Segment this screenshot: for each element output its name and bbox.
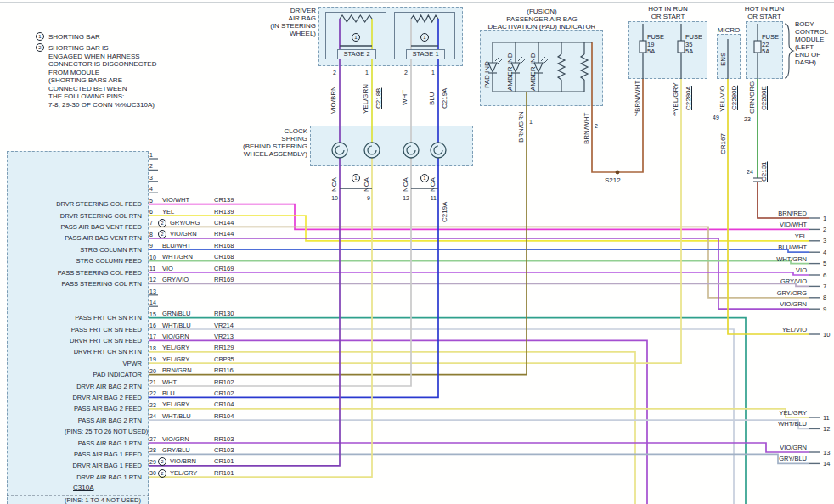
- driver-airbag-title: DRIVER AIR BAG (IN STEERING WHEEL): [238, 7, 316, 37]
- fuse-35-label: FUSE 35 5A: [685, 34, 702, 56]
- hot-in-run-start-2: HOT IN RUN OR START: [738, 5, 791, 20]
- wire-color-label: VIO/BRN: [330, 86, 337, 114]
- module-connector-label: C310A: [73, 484, 93, 491]
- module-pin-number: 16: [149, 322, 156, 329]
- shorting-note-1: SHORTING BAR: [48, 33, 100, 41]
- circuit-label: VR213: [214, 333, 234, 340]
- wire-color-label: GRY/VIO: [162, 276, 189, 283]
- connector-label: C218B: [375, 88, 382, 109]
- module-pin-label: PASS AIR BAG VENT FEED: [15, 223, 142, 231]
- module-pin-number: 6: [149, 208, 153, 216]
- wire-color-label: WHT: [162, 378, 177, 386]
- circuit-label: RR101: [214, 469, 234, 477]
- module-pin-number: 18: [149, 344, 156, 352]
- edge-wire-label: BRN/RED: [739, 210, 807, 217]
- hot-in-run-start-1: HOT IN RUN OR START: [628, 5, 707, 20]
- module-pin-label: DRVR STEERING COL FEED: [15, 200, 142, 208]
- wire-color-label: GRN/BLU: [162, 310, 190, 317]
- pins-not-used-note: (PINS: 1 TO 4 NOT USED): [65, 496, 141, 504]
- splice-dot: [616, 171, 620, 175]
- edge-wire-label: WHT/BLU: [739, 420, 807, 428]
- circuit-label: CR168: [214, 253, 234, 260]
- module-pin-label: PASS AIR BAG 1 RTN: [15, 440, 142, 447]
- wire-drvr-air-bag-1-rtn: [149, 158, 372, 477]
- wire-strg-column-rtn: [149, 249, 809, 252]
- wire-color-label: VIO/GRN: [170, 230, 197, 238]
- edge-pin-number: 14: [823, 460, 830, 468]
- shorting-bar-badge: 2: [158, 219, 166, 227]
- module-pin-number: 7: [149, 219, 153, 227]
- wire-color-label: VIO/BRN: [170, 457, 196, 465]
- pins-not-used-note: (PINS: 25 TO 26 NOT USED): [65, 428, 148, 435]
- stage-2-label: STAGE 2: [337, 49, 376, 59]
- wire-drvr-frt-cr-sn-feed: [149, 340, 647, 504]
- shorting-bar-badge: 1: [36, 32, 44, 41]
- wire-color-label: YEL/GRY: [162, 400, 189, 408]
- wire-pass-air-bag-2-rtn: [149, 420, 809, 428]
- wire-pass-steering-col-feed: [149, 272, 809, 275]
- connector-label: C2131: [760, 161, 768, 182]
- brace-icon: [785, 24, 793, 78]
- wire-color-label: NCA: [429, 177, 437, 192]
- bcm-label: BODY CONTROL MODULE (LEFT END OF DASH): [795, 20, 828, 66]
- circuit-label: RR130: [214, 310, 234, 317]
- shorting-note-2: SHORTING BAR IS ENGAGED WHEN HARNESS CON…: [48, 44, 156, 109]
- shorting-bar-badge: 1: [420, 174, 429, 182]
- circuit-label: RR168: [214, 242, 234, 249]
- module-pin-number: 13: [149, 288, 156, 295]
- wire-drvr-air-bag-2-rtn: [149, 158, 411, 386]
- pad-pin: 2: [595, 122, 598, 130]
- airbag-wiring-diagram: DRIVER AIR BAG (IN STEERING WHEEL)CLOCK …: [0, 0, 834, 504]
- module-pin-label: PASS AIR BAG VENT RTN: [15, 234, 142, 242]
- fuse-19-label: FUSE 19 5A: [647, 34, 664, 56]
- edge-wire-label: VIO/WHT: [739, 221, 807, 228]
- wire-pass-air-bag-1-rtn: [149, 443, 809, 452]
- wire-color-label: VIO/GRN: [162, 333, 189, 340]
- edge-pin-number: 2: [823, 226, 826, 233]
- wire-color-label: BLU/WHT: [162, 242, 191, 249]
- edge-pin-number: 3: [823, 237, 826, 244]
- shorting-bar-badge: 1: [352, 174, 360, 182]
- pad-indicator-title: (FUSION) PASSENGER AIR BAG DEACTIVATION …: [478, 8, 606, 31]
- wire-pass-air-bag-vent-rtn: [149, 238, 809, 309]
- circuit-label: RR129: [214, 344, 234, 351]
- circuit-label: CR169: [214, 265, 234, 272]
- clockspring-pin: 11: [426, 194, 437, 202]
- module-pin-number: 5: [149, 197, 153, 204]
- edge-wire-label: GRY/ORG: [739, 289, 807, 297]
- circuit-label: RR103: [214, 435, 234, 443]
- module-pin-number: 11: [149, 265, 155, 272]
- circuit-label: CBP35: [214, 356, 234, 363]
- circuit-label: CR104: [214, 400, 234, 408]
- module-pin-number: 9: [149, 242, 153, 249]
- module-pin-number: 28: [149, 446, 156, 454]
- module-pin-number: 2: [149, 162, 153, 170]
- edge-pin-number: 5: [823, 260, 826, 267]
- module-pin-label: VPWR: [15, 360, 142, 367]
- edge-wire-label: BLU/WHT: [739, 244, 807, 251]
- circuit-label: CR103: [214, 446, 234, 454]
- clockspring-pin: 9: [360, 194, 370, 202]
- circuit-label: RR144: [214, 230, 234, 238]
- module-pin-number: 22: [149, 389, 156, 397]
- edge-pin-number: 9: [823, 305, 826, 313]
- squib-pin: 1: [431, 69, 435, 76]
- wire-color-label: GRN/ORG: [748, 81, 756, 114]
- wire-color-label: BLU: [162, 389, 175, 397]
- circuit-label: RR104: [214, 412, 234, 420]
- splice-label: S212: [605, 176, 621, 184]
- module-pin-label: DRVR AIR BAG 1 RTN: [15, 473, 142, 481]
- module-pin-label: DRVR AIR BAG 1 FEED: [15, 462, 142, 469]
- clockspring-pin: 12: [399, 194, 409, 202]
- circuit-label: CR167: [719, 133, 727, 154]
- wire-color-label: BLU: [428, 92, 436, 105]
- module-pin-number: 29: [149, 458, 156, 466]
- edge-wire-label: GRY/VIO: [739, 277, 807, 285]
- module-pin-number: 24: [149, 412, 156, 420]
- module-pin-number: 3: [149, 174, 153, 182]
- module-pin-label: PASS AIR BAG 2 RTN: [15, 417, 142, 424]
- circuit-label: CR144: [214, 219, 234, 227]
- squib-pin: 2: [404, 69, 408, 76]
- edge-pin-number: 11: [823, 414, 830, 422]
- connector-label: C219A: [441, 88, 448, 109]
